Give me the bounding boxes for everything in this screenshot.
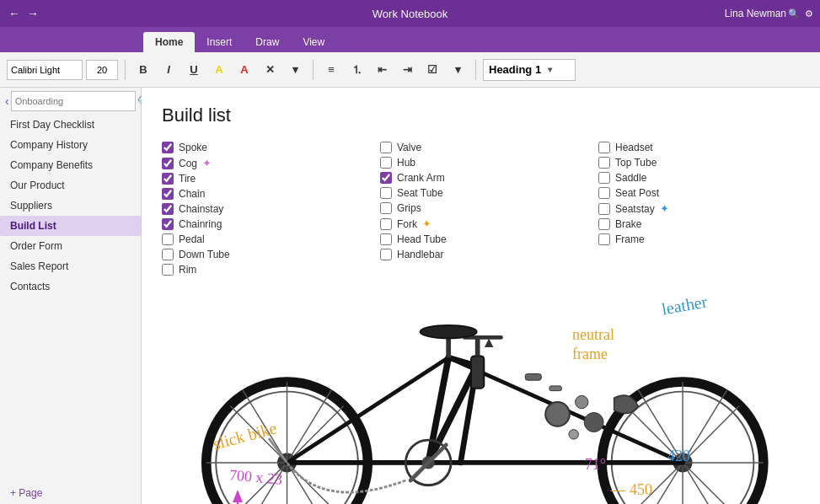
chain-checkbox[interactable] [162, 188, 174, 200]
clear-format-button[interactable]: ✕ [259, 59, 281, 81]
list-item: Chainring [162, 217, 363, 232]
settings-icon[interactable]: ⚙ [805, 8, 813, 19]
formatting-toolbar: B I U A A ✕ ▾ ≡ ⒈ ⇤ ⇥ ☑ ▾ Heading 1 ▾ [0, 52, 820, 88]
svg-line-7 [230, 406, 287, 463]
seatstay-star: ✦ [660, 202, 669, 215]
crank-arm-checkbox[interactable] [380, 172, 392, 184]
spoke-checkbox[interactable] [162, 142, 174, 153]
chainring-checkbox[interactable] [162, 218, 174, 230]
bike-diagram-area: leather neutralframe slick bike 700 x 23… [162, 287, 800, 504]
checklist-col2: Valve Hub Crank Arm Seat Tube Grips Fork… [380, 140, 582, 277]
bullet-list-button[interactable]: ≡ [320, 59, 342, 81]
list-item: Tire [162, 171, 363, 186]
search-icon[interactable]: 🔍 [788, 8, 800, 19]
list-dropdown[interactable]: ▾ [447, 59, 469, 81]
brake-checkbox[interactable] [598, 218, 610, 230]
headset-checkbox[interactable] [598, 142, 610, 153]
app-title: Work Notebook [372, 8, 448, 20]
sidebar-item-first-day[interactable]: First Day Checklist [0, 115, 141, 135]
seat-post-checkbox[interactable] [598, 187, 610, 199]
cog-checkbox[interactable] [162, 158, 174, 169]
underline-button[interactable]: U [183, 59, 205, 81]
pedal-checkbox[interactable] [162, 233, 174, 245]
checklist-button[interactable]: ☑ [421, 59, 443, 81]
checklist-col3: Headset Top Tube Saddle Seat Post Seatst… [598, 140, 800, 277]
font-color-button[interactable]: A [233, 59, 255, 81]
list-item: Pedal [162, 232, 363, 247]
svg-rect-39 [471, 356, 484, 388]
tab-view[interactable]: View [291, 32, 336, 52]
title-bar: ← → Work Notebook Lina Newman 🔍 ⚙ [0, 0, 820, 27]
down-tube-checkbox[interactable] [162, 249, 174, 260]
nav-buttons[interactable]: ← → [8, 7, 39, 20]
top-tube-checkbox[interactable] [598, 157, 610, 169]
sidebar-item-order-form[interactable]: Order Form [0, 236, 141, 256]
bike-svg [162, 287, 800, 504]
list-item: Rim [162, 262, 363, 277]
svg-rect-53 [549, 386, 561, 391]
sidebar-collapse-button[interactable]: ‹ [5, 94, 9, 108]
sidebar-item-sales-report[interactable]: Sales Report [0, 256, 141, 276]
heading-dropdown-arrow: ▾ [548, 65, 552, 74]
handlebar-checkbox[interactable] [380, 249, 392, 260]
heading-selector[interactable]: Heading 1 ▾ [483, 59, 576, 81]
italic-button[interactable]: I [158, 59, 180, 81]
separator-3 [475, 60, 476, 80]
format-dropdown[interactable]: ▾ [284, 59, 306, 81]
font-size-input[interactable] [86, 60, 118, 80]
tab-home[interactable]: Home [143, 32, 195, 52]
sidebar-item-build-list[interactable]: Build List [0, 216, 141, 236]
section-search-input[interactable] [11, 91, 136, 111]
fork-checkbox[interactable] [380, 218, 392, 230]
window-controls[interactable]: 🔍 ⚙ [788, 8, 813, 19]
svg-point-49 [576, 395, 588, 408]
svg-point-50 [584, 413, 603, 432]
highlight-button[interactable]: A [208, 59, 230, 81]
tire-checkbox[interactable] [162, 173, 174, 185]
rim-checkbox[interactable] [162, 264, 174, 276]
list-item: Hub [380, 155, 582, 170]
sidebar-item-suppliers[interactable]: Suppliers [0, 196, 141, 216]
list-item: Chainstay [162, 201, 363, 217]
tab-insert[interactable]: Insert [195, 32, 244, 52]
svg-point-48 [545, 402, 570, 426]
svg-line-8 [287, 463, 344, 504]
svg-line-23 [683, 463, 739, 504]
chainstay-checkbox[interactable] [162, 203, 174, 215]
separator-1 [125, 60, 126, 80]
list-item: Fork✦ [380, 216, 582, 232]
saddle-checkbox[interactable] [598, 172, 610, 184]
separator-2 [313, 60, 314, 80]
frame-checkbox[interactable] [598, 233, 610, 245]
sidebar-item-contacts[interactable]: Contacts [0, 276, 141, 297]
numbered-list-button[interactable]: ⒈ [346, 59, 367, 81]
hub-checkbox[interactable] [380, 157, 392, 169]
svg-line-25 [626, 463, 683, 504]
bold-button[interactable]: B [132, 59, 154, 81]
sidebar-item-company-benefits[interactable]: Company Benefits [0, 155, 141, 175]
list-item: Frame [598, 232, 800, 247]
sidebar-item-company-history[interactable]: Company History [0, 135, 141, 155]
valve-checkbox[interactable] [380, 142, 392, 153]
svg-line-22 [626, 406, 683, 463]
fork-star: ✦ [422, 217, 431, 230]
seat-tube-checkbox[interactable] [380, 187, 392, 199]
list-item: Seat Tube [380, 185, 582, 201]
checklist-col1: Spoke Cog✦ Tire Chain Chainstay Chainrin… [162, 140, 363, 277]
svg-line-28 [683, 390, 727, 463]
tab-draw[interactable]: Draw [244, 32, 291, 52]
head-tube-checkbox[interactable] [380, 233, 392, 245]
add-page-button[interactable]: + Page [0, 482, 141, 504]
decrease-indent-button[interactable]: ⇤ [371, 59, 393, 81]
back-button[interactable]: ← [8, 7, 20, 20]
seatstay-checkbox[interactable] [598, 203, 610, 215]
list-item: Head Tube [380, 232, 582, 247]
forward-button[interactable]: → [27, 7, 39, 20]
font-name-input[interactable] [7, 60, 83, 80]
sidebar-item-our-product[interactable]: Our Product [0, 175, 141, 196]
grips-checkbox[interactable] [380, 202, 392, 214]
increase-indent-button[interactable]: ⇥ [396, 59, 418, 81]
svg-line-13 [287, 390, 332, 463]
svg-line-9 [287, 406, 344, 463]
page-title: Build list [162, 105, 800, 126]
